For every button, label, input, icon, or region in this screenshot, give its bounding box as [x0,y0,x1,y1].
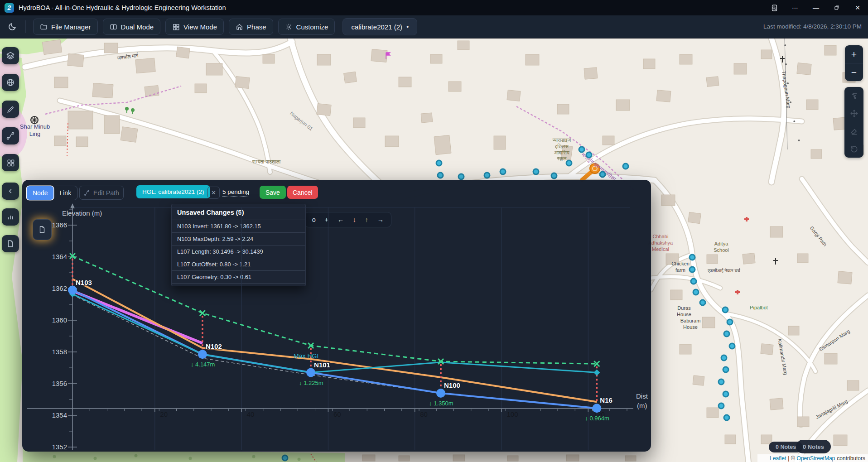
header-divider [133,185,133,199]
map-node-marker[interactable] [723,414,730,421]
link-mode-button[interactable]: Link [53,186,77,200]
sidebar-chart-button[interactable] [2,208,19,226]
attribution-suffix: contributors [837,455,865,462]
eraser-icon [850,127,858,135]
map-node-marker[interactable] [500,168,506,175]
cursor-icon [850,91,858,100]
more-options-button[interactable]: ⋯ [785,0,805,15]
label-chicken-farm: Chickenfarm [671,261,690,274]
leaflet-link[interactable]: Leaflet [770,455,786,462]
unsaved-change-item[interactable]: L107 Geometry: 0.30 -> 0.61 [172,270,305,283]
move-icon [850,109,858,118]
split-view-icon [110,23,117,31]
map-node-marker[interactable] [718,403,725,409]
file-manager-button[interactable]: File Manager [33,19,98,35]
map-node-marker[interactable] [599,171,606,178]
view-mode-button[interactable]: View Mode [165,19,224,35]
map-node-marker[interactable] [721,355,728,361]
map-node-marker[interactable] [718,379,725,385]
hgl-close-button[interactable]: ✕ [207,187,220,199]
label-sabhyata-pathshala: सभ्यता पाठशाला [252,159,280,165]
map-node-marker[interactable] [690,278,697,285]
label-duras-house: DurasHouse [677,305,691,318]
toolbar-divider [25,20,26,33]
unsaved-changes-dropdown: Unsaved Changes (5) N103 Invert: 1361.80… [171,204,306,286]
grid-modules-icon [6,159,15,167]
nav-right-button[interactable]: → [377,216,384,223]
app-window: Shar MinubLingजमर्चाल मार्गNagarjun-01सभ… [0,0,868,462]
edit-path-button[interactable]: Edit Path [79,186,124,200]
map-node-marker[interactable] [727,319,733,326]
close-button[interactable]: ✕ [847,0,868,15]
save-button[interactable]: Save [260,186,286,199]
move-tool-button[interactable] [844,105,863,122]
tab-calibrate2021[interactable]: calibrate2021 (2)● [342,18,417,35]
map-node-marker[interactable] [533,168,540,175]
label-nepal-church: एफसीआई नेपाल चर्च [708,268,740,274]
sidebar-draw-button[interactable] [2,101,19,118]
theme-toggle-button[interactable] [5,20,19,34]
node-mode-button[interactable]: Node [27,186,53,200]
map-node-marker[interactable] [723,331,730,337]
osm-link[interactable]: OpenStreetMap [797,455,835,462]
dual-mode-button[interactable]: Dual Mode [103,19,161,35]
rotate-icon [850,144,858,153]
nav-left-button[interactable]: ← [338,216,344,223]
document-icon [6,240,14,248]
map-node-marker[interactable] [586,152,593,159]
title-bar: 2 HydroBOA - All-in-One Hydraulic & Hydr… [0,0,868,15]
map-node-marker[interactable] [693,289,699,296]
unsaved-change-item[interactable]: L107 OutOffset: 0.80 -> 1.21 [172,258,305,270]
map-node-marker[interactable] [566,160,573,167]
customize-button[interactable]: Customize [278,19,335,35]
sidebar-document-button[interactable] [2,235,19,252]
map-node-marker[interactable] [551,173,558,179]
sidebar-modules-button[interactable] [2,154,19,171]
gear-icon [285,23,293,31]
notes-badge[interactable]: 0 Notes [796,440,831,453]
zoom-in-button[interactable]: + [845,45,863,63]
nav-zoom-in-button[interactable]: + [325,216,328,223]
phase-button[interactable]: Phase [229,19,273,35]
sidebar-basemap-button[interactable] [2,74,19,91]
unsaved-change-item[interactable]: N103 Invert: 1361.80 -> 1362.15 [172,220,305,232]
rotate-tool-button[interactable] [844,140,863,158]
minimize-button[interactable]: — [805,0,826,15]
nav-up-button[interactable]: ↑ [365,216,368,223]
profile-nav-toolbar: o + ← ↓ ↑ → [304,212,391,227]
map-node-marker[interactable] [622,163,629,170]
select-tool-button[interactable] [844,87,863,105]
monastery-icon [31,116,38,124]
map-node-marker[interactable] [722,307,729,313]
report-button[interactable] [33,219,52,240]
unsaved-change-item[interactable]: L107 Length: 30.1496 -> 30.1439 [172,245,305,258]
map-node-marker[interactable] [723,391,729,398]
map-node-marker[interactable] [436,160,443,167]
map-attribution: Leaflet | © OpenStreetMap contributors [757,454,868,462]
zoom-out-button[interactable]: − [845,63,863,81]
sidebar-collapse-button[interactable] [2,183,19,200]
chevron-left-icon [6,187,14,195]
hgl-scenario-chip[interactable]: HGL: calibrate2021 (2) [136,185,210,198]
profile-editor-panel: Node Link Edit Path HGL: calibrate2021 (… [22,180,651,452]
map-node-marker[interactable] [458,173,465,180]
map-node-marker[interactable] [729,343,736,350]
nav-reset-button[interactable]: o [312,216,316,223]
sidebar-layers-button[interactable] [2,47,19,64]
map-node-marker[interactable] [699,299,706,306]
map-node-marker[interactable] [689,266,696,273]
cancel-button[interactable]: Cancel [287,186,318,199]
map-node-marker[interactable] [484,172,491,179]
map-node-marker[interactable] [282,455,289,462]
map-node-marker[interactable] [723,366,729,373]
maximize-button[interactable] [826,0,847,15]
map-node-marker[interactable] [437,172,444,179]
nav-down-button[interactable]: ↓ [353,216,356,223]
search-page-icon[interactable] [764,0,785,15]
erase-tool-button[interactable] [844,122,863,140]
unsaved-change-item[interactable]: N103 MaxDepth: 2.59 -> 2.24 [172,232,305,245]
sidebar-path-button[interactable] [2,127,19,144]
map-node-marker[interactable] [689,254,696,261]
pending-changes-link[interactable]: 5 pending [222,188,249,197]
map-node-marker[interactable] [579,146,585,153]
